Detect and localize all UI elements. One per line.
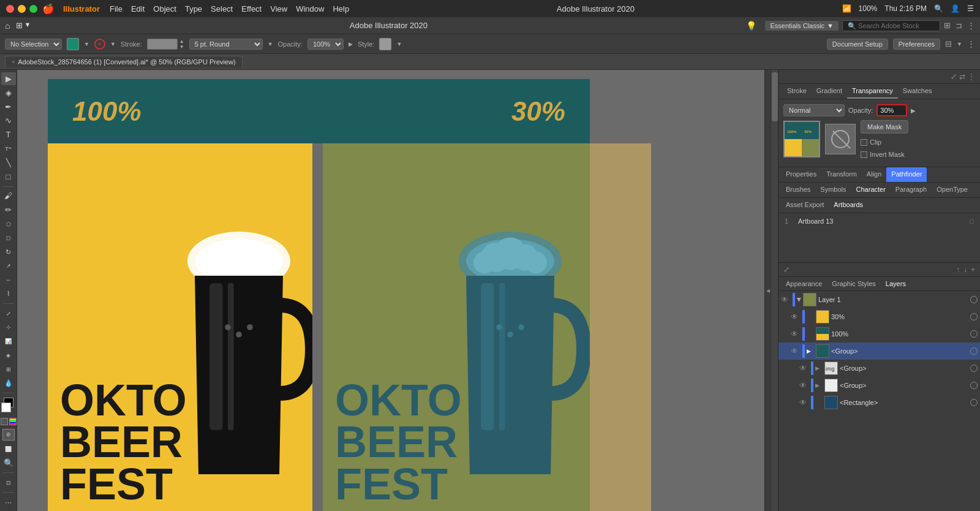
light-bulb-icon[interactable]: 💡 <box>746 21 756 31</box>
type-tool[interactable]: T <box>1 128 16 141</box>
extra-options-icon[interactable]: ⋮ <box>967 39 975 48</box>
tab-artboards[interactable]: Artboards <box>829 198 868 213</box>
layer-100-eye[interactable]: 👁 <box>791 330 801 338</box>
brush-dropdown-icon[interactable]: ▼ <box>268 41 273 47</box>
background-swatch[interactable] <box>1 403 11 412</box>
gradient-tool[interactable]: ◈ <box>1 349 16 362</box>
menu-window[interactable]: Window <box>296 4 324 13</box>
menu-bar[interactable]: File Edit Object Type Select Effect View… <box>110 4 349 13</box>
eyedropper-tool[interactable]: 💧 <box>1 377 16 390</box>
tab-align[interactable]: Align <box>862 167 886 182</box>
menu-object[interactable]: Object <box>153 4 176 13</box>
move-up-icon[interactable]: ↑ <box>956 265 960 274</box>
curvature-tool[interactable]: ∿ <box>1 114 16 127</box>
arrange-icon[interactable]: ⊞ <box>944 21 951 30</box>
graph-tool[interactable]: 📊 <box>1 335 16 348</box>
layer-row-100[interactable]: 👁 100% <box>778 325 980 343</box>
group3-expand-icon[interactable]: ▶ <box>815 382 823 388</box>
pen-tool[interactable]: ✒ <box>1 100 16 113</box>
layer-row-30[interactable]: 👁 30% <box>778 308 980 325</box>
workspace-button[interactable]: Essentials Classic ▼ <box>765 21 839 31</box>
invert-mask-checkbox[interactable] <box>861 151 867 158</box>
selection-dropdown[interactable]: No Selection <box>5 39 62 50</box>
minimize-button[interactable] <box>18 5 26 13</box>
document-setup-button[interactable]: Document Setup <box>827 39 888 50</box>
tab-appearance[interactable]: Appearance <box>781 277 827 290</box>
more-icon[interactable]: ⋮ <box>967 21 975 30</box>
layer-row-group2[interactable]: 👁 ▶ img <Group> <box>778 360 980 377</box>
group2-expand-icon[interactable]: ▶ <box>815 365 823 371</box>
group1-circle[interactable] <box>970 347 978 355</box>
panel-collapse-handle[interactable]: ◀ <box>764 70 771 511</box>
tab-properties[interactable]: Properties <box>781 167 821 182</box>
make-mask-button[interactable]: Make Mask <box>861 120 908 134</box>
tab-swatches[interactable]: Swatches <box>898 84 937 99</box>
artboard-item-1[interactable]: 1 Artboard 13 □ <box>781 216 978 227</box>
layer-30-circle[interactable] <box>970 313 978 320</box>
layer-30-eye[interactable]: 👁 <box>791 312 801 321</box>
share-icon[interactable]: ⊐ <box>956 21 962 30</box>
layer-row-rect[interactable]: 👁 <Rectangle> <box>778 394 980 411</box>
tab-transparency[interactable]: Transparency <box>847 84 898 99</box>
window-controls[interactable] <box>6 5 37 13</box>
panel-more-icon[interactable]: ⋮ <box>968 72 975 81</box>
user-avatar[interactable]: 👤 <box>951 4 960 13</box>
fill-dropdown-icon[interactable]: ▼ <box>84 41 89 47</box>
menu-effect[interactable]: Effect <box>241 4 262 13</box>
blend-mode-select[interactable]: Normal <box>783 104 845 116</box>
group3-eye[interactable]: 👁 <box>799 381 809 390</box>
more-tools-btn[interactable]: ··· <box>1 496 16 509</box>
paintbrush-tool[interactable]: 🖌 <box>1 190 16 203</box>
layer1-target-circle[interactable] <box>970 296 978 303</box>
view-options-icon[interactable]: ▼ <box>957 41 962 47</box>
char-tabs[interactable]: Brushes Symbols Character Paragraph Open… <box>778 183 980 198</box>
artboard-save-icon[interactable]: □ <box>970 218 974 225</box>
stroke-arrows[interactable]: ▲▼ <box>179 39 184 50</box>
menu-view[interactable]: View <box>270 4 287 13</box>
move-down-icon[interactable]: ↓ <box>963 265 967 274</box>
menu-icon[interactable]: ☰ <box>967 4 974 13</box>
group2-circle[interactable] <box>970 365 978 372</box>
rect-circle[interactable] <box>970 399 978 406</box>
menu-help[interactable]: Help <box>333 4 349 13</box>
warp-tool[interactable]: ⌇ <box>1 287 16 300</box>
stroke-dropdown-icon[interactable]: ▼ <box>110 41 116 47</box>
rectangle-tool[interactable]: □ <box>1 170 16 183</box>
fill-color-swatch[interactable] <box>67 38 79 50</box>
properties-tabs[interactable]: Properties Transform Align Pathfinder <box>778 167 980 183</box>
home-icon[interactable]: ⌂ <box>5 21 10 31</box>
tab-layers[interactable]: Layers <box>881 277 911 290</box>
artboard-tool[interactable]: ⊡ <box>1 476 16 489</box>
document-tab[interactable]: × AdobeStock_285764656 (1) [Converted].a… <box>5 56 243 67</box>
panel-expand-icon[interactable]: ⤢ <box>951 72 957 81</box>
close-button[interactable] <box>6 5 14 13</box>
tab-pathfinder[interactable]: Pathfinder <box>886 167 927 182</box>
panel-swap-icon[interactable]: ⇄ <box>959 72 965 81</box>
style-swatch[interactable] <box>379 38 391 50</box>
stroke-weight-display[interactable] <box>147 39 178 50</box>
tab-paragraph[interactable]: Paragraph <box>891 183 932 197</box>
zoom-tool[interactable]: 🔍 <box>1 456 16 469</box>
tab-gradient[interactable]: Gradient <box>812 84 847 99</box>
shaper-tool[interactable]: ⬡ <box>1 218 16 230</box>
group1-eye[interactable]: 👁 <box>791 347 801 355</box>
group1-expand-icon[interactable]: ▶ <box>807 348 814 354</box>
tab-graphic-styles[interactable]: Graphic Styles <box>827 277 881 290</box>
scroll-thumb[interactable] <box>772 72 778 121</box>
style-dropdown-icon[interactable]: ▼ <box>396 41 402 47</box>
menu-edit[interactable]: Edit <box>131 4 145 13</box>
expand-panels-icon[interactable]: ⤢ <box>783 265 790 274</box>
eraser-tool[interactable]: ◻ <box>1 232 16 244</box>
tab-character[interactable]: Character <box>851 183 891 197</box>
free-transform-tool[interactable]: ⤢ <box>1 307 16 320</box>
width-tool[interactable]: ↔ <box>1 274 16 287</box>
menu-type[interactable]: Type <box>185 4 202 13</box>
selection-tool[interactable]: ▶ <box>1 72 16 85</box>
search-icon[interactable]: 🔍 <box>934 4 943 13</box>
mesh-tool[interactable]: ⊞ <box>1 363 16 376</box>
new-artboard-icon[interactable]: + <box>971 265 975 274</box>
brush-select[interactable]: 5 pt. Round <box>189 39 263 50</box>
top-panel-tabs[interactable]: Stroke Gradient Transparency Swatches <box>778 84 980 99</box>
layers-tabs[interactable]: Appearance Graphic Styles Layers <box>778 277 980 291</box>
layer1-expand-icon[interactable]: ▶ <box>796 298 802 302</box>
